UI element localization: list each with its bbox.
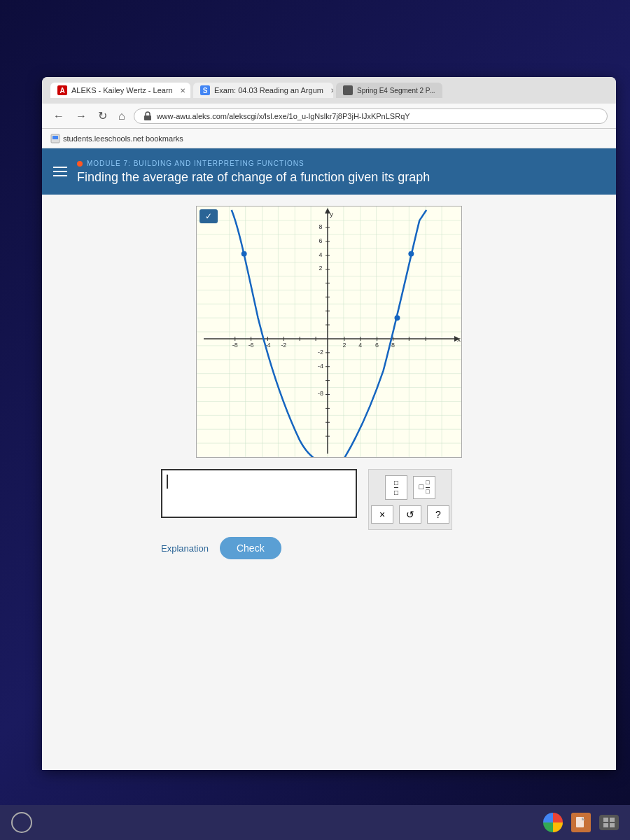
home-button[interactable]: ⌂ (115, 108, 128, 124)
check-button[interactable]: Check (220, 537, 281, 559)
tab-aleks[interactable]: A ALEKS - Kailey Wertz - Learn ✕ (50, 83, 190, 98)
answer-section: □ □ □ □ □ (161, 469, 497, 530)
svg-text:2: 2 (342, 342, 346, 349)
svg-text:x: x (457, 335, 461, 343)
grid-icon-svg (603, 817, 615, 828)
svg-rect-89 (610, 818, 615, 822)
help-button[interactable]: ? (427, 505, 449, 524)
mixed-fraction-button[interactable]: □ □ □ (413, 476, 435, 499)
svg-text:-2: -2 (281, 342, 286, 349)
browser-window: A ALEKS - Kailey Wertz - Learn ✕ S Exam:… (42, 77, 616, 770)
svg-text:-4: -4 (318, 363, 323, 370)
math-toolbar-row-2: × ↺ ? (374, 505, 446, 524)
svg-text:6: 6 (319, 237, 323, 244)
graph-dropdown-button[interactable]: ✓ (200, 209, 218, 223)
tab-exam[interactable]: S Exam: 04.03 Reading an Argum ✕ (193, 83, 333, 98)
forward-button[interactable]: → (73, 108, 90, 124)
site-security-icon (143, 111, 153, 121)
explanation-button[interactable]: Explanation (161, 543, 209, 554)
taskbar-file-icon[interactable] (571, 813, 591, 832)
svg-point-83 (241, 251, 247, 257)
taskbar-home-circle[interactable] (11, 812, 32, 833)
svg-text:-6: -6 (248, 342, 254, 349)
taskbar-chrome-icon[interactable] (543, 813, 563, 832)
answer-input-box[interactable] (161, 469, 357, 518)
svg-text:-2: -2 (318, 349, 323, 356)
bookmarks-label: students.leeschools.net bookmarks (63, 134, 183, 143)
spring-tab-icon (343, 85, 353, 95)
browser-content: MODULE 7: BUILDING AND INTERPRETING FUNC… (42, 148, 616, 770)
module-subtitle-text: MODULE 7: BUILDING AND INTERPRETING FUNC… (87, 160, 304, 167)
tab-bar: A ALEKS - Kailey Wertz - Learn ✕ S Exam:… (50, 83, 608, 98)
undo-button[interactable]: ↺ (399, 505, 421, 524)
module-title: Finding the average rate of change of a … (77, 170, 602, 185)
bookmark-leeschools[interactable]: students.leeschools.net bookmarks (50, 134, 183, 144)
content-area: ✓ (42, 195, 616, 770)
taskbar-grid-icon[interactable] (599, 815, 619, 830)
browser-titlebar: A ALEKS - Kailey Wertz - Learn ✕ S Exam:… (42, 77, 616, 104)
svg-text:-8: -8 (318, 390, 323, 397)
fraction-icon: □ □ (394, 479, 398, 496)
svg-rect-90 (603, 823, 608, 827)
svg-rect-2 (52, 136, 58, 139)
aleks-tab-label: ALEKS - Kailey Wertz - Learn (71, 86, 173, 94)
svg-text:4: 4 (319, 251, 323, 258)
math-toolbar-row-1: □ □ □ □ □ (374, 475, 446, 500)
tab-spring[interactable]: Spring E4 Segment 2 P... (336, 83, 442, 98)
bookmark-icon (50, 134, 60, 144)
module-dot (77, 161, 83, 167)
aleks-tab-icon: A (57, 85, 67, 95)
svg-rect-0 (144, 115, 151, 120)
svg-point-86 (394, 315, 400, 321)
svg-text:8: 8 (391, 342, 395, 349)
svg-rect-91 (610, 823, 615, 827)
exam-tab-close[interactable]: ✕ (330, 87, 333, 94)
fraction-button[interactable]: □ □ (385, 475, 407, 500)
svg-text:6: 6 (375, 342, 379, 349)
text-cursor (167, 475, 168, 489)
graph-svg: x y -8 -6 -4 -2 2 4 6 8 (197, 206, 461, 457)
svg-text:y: y (330, 210, 333, 218)
back-button[interactable]: ← (50, 108, 67, 124)
exam-tab-icon: S (200, 85, 210, 95)
url-text: www-awu.aleks.com/alekscgi/x/lsl.exe/1o_… (157, 112, 410, 120)
svg-text:2: 2 (319, 265, 323, 272)
svg-point-84 (408, 251, 414, 257)
math-toolbar: □ □ □ □ □ (368, 469, 452, 530)
exam-tab-label: Exam: 04.03 Reading an Argum (214, 86, 323, 94)
mixed-frac-icon: □ □ (426, 479, 429, 496)
hamburger-menu[interactable] (53, 167, 67, 176)
svg-text:-8: -8 (232, 342, 238, 349)
module-header: MODULE 7: BUILDING AND INTERPRETING FUNC… (42, 148, 616, 195)
graph-container: ✓ (196, 206, 462, 458)
svg-text:8: 8 (319, 223, 323, 230)
multiply-button[interactable]: × (371, 505, 393, 524)
aleks-tab-close[interactable]: ✕ (180, 87, 186, 94)
bookmarks-bar: students.leeschools.net bookmarks (42, 129, 616, 148)
browser-nav: ← → ↻ ⌂ www-awu.aleks.com/alekscgi/x/lsl… (42, 104, 616, 129)
svg-rect-88 (603, 818, 608, 822)
aleks-container: MODULE 7: BUILDING AND INTERPRETING FUNC… (42, 148, 616, 770)
file-icon-svg (575, 816, 587, 829)
taskbar (0, 805, 630, 840)
module-subtitle: MODULE 7: BUILDING AND INTERPRETING FUNC… (77, 160, 602, 167)
address-bar[interactable]: www-awu.aleks.com/alekscgi/x/lsl.exe/1o_… (134, 108, 608, 124)
spring-tab-label: Spring E4 Segment 2 P... (357, 87, 435, 94)
reload-button[interactable]: ↻ (95, 108, 110, 124)
svg-text:4: 4 (358, 342, 362, 349)
buttons-row: Explanation Check (161, 537, 497, 559)
